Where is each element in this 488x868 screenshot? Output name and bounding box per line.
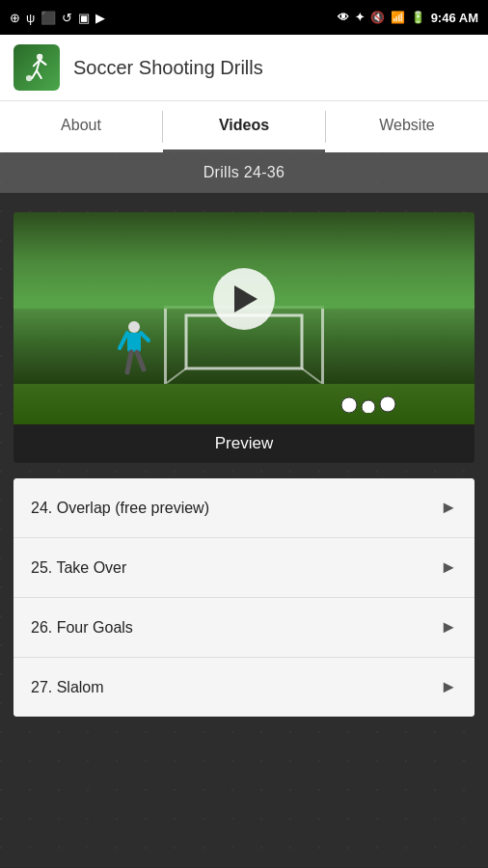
svg-point-12: [380, 396, 395, 412]
image-icon: ⬛: [41, 11, 56, 25]
arrow-icon-25: ►: [440, 557, 457, 578]
play-circle[interactable]: [213, 268, 275, 330]
usb-icon: ψ: [26, 11, 35, 25]
signal-icon: 📶: [391, 11, 405, 24]
app-title: Soccer Shooting Drills: [73, 57, 263, 79]
tab-videos[interactable]: Videos: [163, 101, 325, 152]
mute-icon: 🔇: [370, 11, 385, 24]
drill-item-24[interactable]: 24. Overlap (free preview) ►: [14, 478, 474, 538]
arrow-icon-24: ►: [440, 498, 457, 518]
tab-about[interactable]: About: [0, 101, 162, 152]
drill-list: 24. Overlap (free preview) ► 25. Take Ov…: [14, 478, 474, 717]
status-left-icons: ⊕ ψ ⬛ ↺ ▣ ▶: [10, 11, 105, 25]
svg-line-5: [40, 60, 45, 65]
drill-item-26[interactable]: 26. Four Goals ►: [14, 598, 474, 658]
svg-point-11: [362, 400, 375, 413]
arrow-icon-27: ►: [440, 677, 457, 697]
battery-icon: 🔋: [411, 11, 425, 24]
tab-bar: About Videos Website: [0, 100, 488, 152]
eye-icon: 👁: [338, 11, 349, 24]
add-icon: ⊕: [10, 11, 20, 25]
refresh-icon: ↺: [62, 11, 72, 25]
video-label-bar: Preview: [14, 424, 474, 463]
drill-item-27[interactable]: 27. Slalom ►: [14, 658, 474, 717]
play-icon: ▶: [95, 11, 105, 25]
svg-line-3: [37, 70, 41, 78]
video-container[interactable]: Preview: [14, 212, 474, 463]
status-right-area: 👁 ✦ 🔇 📶 🔋 9:46 AM: [338, 11, 478, 25]
main-content: Drills 24-36: [0, 152, 488, 867]
app-icon-status: ▣: [78, 11, 90, 25]
play-triangle-icon: [234, 285, 258, 312]
time-display: 9:46 AM: [431, 11, 478, 25]
bluetooth-icon: ✦: [355, 11, 365, 24]
svg-point-6: [26, 75, 32, 81]
video-thumbnail[interactable]: [14, 212, 474, 424]
app-header: Soccer Shooting Drills: [0, 35, 488, 100]
status-bar: ⊕ ψ ⬛ ↺ ▣ ▶ 👁 ✦ 🔇 📶 🔋 9:46 AM: [0, 0, 488, 35]
play-button-overlay[interactable]: [14, 212, 474, 386]
section-header: Drills 24-36: [0, 152, 488, 193]
tab-website[interactable]: Website: [326, 101, 488, 152]
svg-line-2: [32, 70, 37, 78]
drill-item-25[interactable]: 25. Take Over ►: [14, 538, 474, 598]
arrow-icon-26: ►: [440, 617, 457, 637]
svg-point-10: [341, 397, 357, 413]
app-icon: [14, 44, 60, 91]
